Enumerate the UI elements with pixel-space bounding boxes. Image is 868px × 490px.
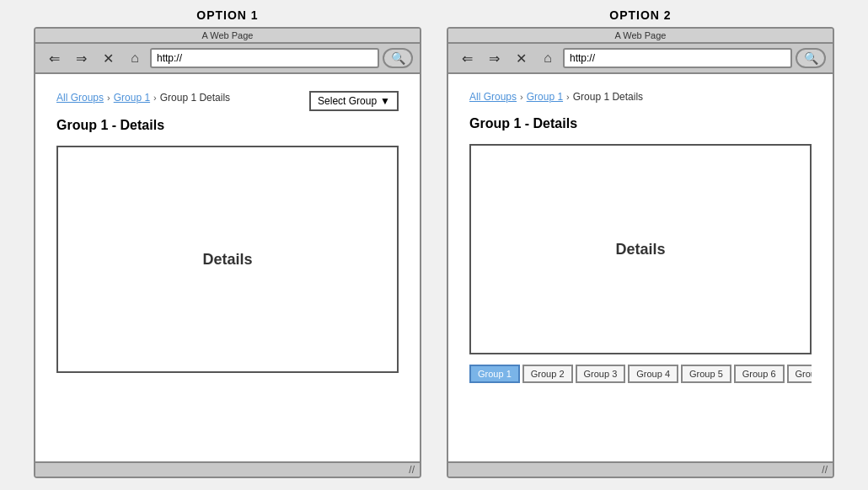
group-tab-2[interactable]: Group 2	[522, 365, 573, 383]
option2-group-tabs: Group 1Group 2Group 3Group 4Group 5Group…	[469, 363, 812, 385]
option2-content: All Groups › Group 1 › Group 1 Details G…	[448, 74, 833, 461]
group-tab-6[interactable]: Group 6	[734, 365, 785, 383]
breadcrumb-sep1: ›	[107, 93, 110, 103]
address-bar[interactable]	[150, 48, 379, 68]
search-button[interactable]: 🔍	[383, 48, 413, 68]
option2-section: OPTION 2 A Web Page ⇐ ⇒ ✕ ⌂ 🔍 All Groups…	[447, 8, 834, 478]
group-tab-7[interactable]: Group 7	[787, 365, 812, 383]
close-button[interactable]: ✕	[96, 48, 120, 68]
option1-section: OPTION 1 A Web Page ⇐ ⇒ ✕ ⌂ 🔍 All Groups…	[34, 8, 421, 478]
option2-breadcrumb: All Groups › Group 1 › Group 1 Details	[469, 91, 643, 103]
breadcrumb-current: Group 1 Details	[160, 92, 230, 104]
search-button-2[interactable]: 🔍	[796, 48, 826, 68]
breadcrumb2-group1[interactable]: Group 1	[527, 91, 563, 103]
option1-label: OPTION 1	[34, 8, 421, 22]
group-tab-3[interactable]: Group 3	[576, 365, 626, 383]
options-container: OPTION 1 A Web Page ⇐ ⇒ ✕ ⌂ 🔍 All Groups…	[17, 8, 851, 478]
option1-titlebar: A Web Page	[35, 29, 420, 44]
chevron-down-icon: ▼	[380, 95, 390, 107]
forward-button[interactable]: ⇒	[69, 48, 93, 68]
option2-browser: A Web Page ⇐ ⇒ ✕ ⌂ 🔍 All Groups › Group …	[447, 27, 834, 478]
group-tab-4[interactable]: Group 4	[628, 365, 678, 383]
option1-browser: A Web Page ⇐ ⇒ ✕ ⌂ 🔍 All Groups › Group …	[34, 27, 421, 478]
option1-breadcrumb: All Groups › Group 1 › Group 1 Details	[56, 92, 230, 104]
option1-toolbar: ⇐ ⇒ ✕ ⌂ 🔍	[35, 44, 420, 74]
breadcrumb2-all-groups[interactable]: All Groups	[469, 91, 517, 103]
breadcrumb-group1[interactable]: Group 1	[114, 92, 150, 104]
option2-details-label: Details	[615, 241, 665, 258]
close-button-2[interactable]: ✕	[509, 48, 533, 68]
option1-page-title: Group 1 - Details	[56, 118, 399, 133]
breadcrumb-sep2: ›	[153, 93, 157, 103]
group-tab-1[interactable]: Group 1	[469, 365, 520, 383]
option1-details-box: Details	[56, 146, 399, 373]
option1-details-label: Details	[202, 251, 252, 269]
forward-button-2[interactable]: ⇒	[482, 48, 506, 68]
back-button-2[interactable]: ⇐	[455, 48, 479, 68]
select-group-button[interactable]: Select Group ▼	[309, 91, 399, 111]
back-button[interactable]: ⇐	[42, 48, 66, 68]
breadcrumb2-sep1: ›	[520, 92, 523, 102]
option2-page-title: Group 1 - Details	[469, 116, 812, 131]
option2-label: OPTION 2	[447, 8, 834, 22]
option1-breadcrumb-row: All Groups › Group 1 › Group 1 Details S…	[56, 91, 399, 111]
option2-breadcrumb-row: All Groups › Group 1 › Group 1 Details	[469, 91, 812, 109]
breadcrumb2-sep2: ›	[566, 92, 570, 102]
breadcrumb2-current: Group 1 Details	[573, 91, 643, 103]
option2-details-box: Details	[469, 144, 812, 354]
option2-titlebar: A Web Page	[448, 29, 833, 44]
select-group-label: Select Group	[318, 95, 377, 107]
home-button-2[interactable]: ⌂	[536, 48, 560, 68]
option2-toolbar: ⇐ ⇒ ✕ ⌂ 🔍	[448, 44, 833, 74]
group-tab-5[interactable]: Group 5	[681, 365, 731, 383]
address-bar-2[interactable]	[563, 48, 792, 68]
option2-footer: //	[448, 461, 833, 477]
search-icon-2: 🔍	[804, 51, 818, 65]
resize-icon: //	[409, 464, 415, 476]
option1-footer: //	[35, 461, 420, 477]
breadcrumb-all-groups[interactable]: All Groups	[56, 92, 104, 104]
search-icon: 🔍	[391, 51, 405, 65]
option1-content: All Groups › Group 1 › Group 1 Details S…	[35, 74, 420, 461]
resize-icon-2: //	[822, 464, 828, 476]
home-button[interactable]: ⌂	[123, 48, 147, 68]
